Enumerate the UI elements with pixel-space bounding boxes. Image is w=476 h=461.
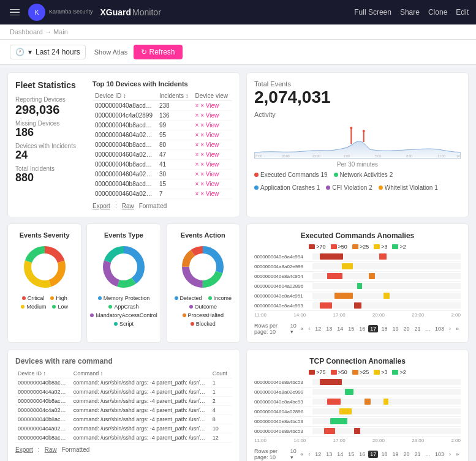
tcp-pagination-row: Rows per page: 10 10 ▾ «‹121314151617181… bbox=[254, 448, 461, 460]
page-number[interactable]: 18 bbox=[379, 325, 389, 332]
page-number[interactable]: 21 bbox=[412, 451, 422, 458]
anomaly-bar bbox=[365, 399, 371, 405]
formatted-button[interactable]: Formatted bbox=[139, 203, 167, 209]
table-row: 0000000040b8acdb9680× View bbox=[93, 140, 232, 150]
raw-button[interactable]: Raw bbox=[122, 203, 134, 209]
separator: : bbox=[115, 203, 117, 209]
share-link[interactable]: Share bbox=[400, 8, 420, 17]
breadcrumb-separator: → bbox=[45, 28, 51, 36]
clone-link[interactable]: Clone bbox=[428, 8, 447, 17]
rare-export-button[interactable]: Export bbox=[15, 446, 33, 453]
view-link[interactable]: × View bbox=[193, 130, 232, 140]
show-more-link[interactable]: Show Atlas bbox=[94, 48, 127, 56]
page-next[interactable]: › bbox=[447, 451, 453, 458]
edit-link[interactable]: Edit bbox=[456, 8, 469, 17]
rare-col-count[interactable]: Count bbox=[210, 369, 232, 378]
page-number[interactable]: 13 bbox=[324, 451, 334, 458]
refresh-button[interactable]: ↻ Refresh bbox=[134, 45, 182, 59]
view-link[interactable]: × View bbox=[193, 150, 232, 160]
page-prev[interactable]: ‹ bbox=[306, 451, 312, 458]
page-number[interactable]: 18 bbox=[379, 451, 389, 458]
page-number[interactable]: 103 bbox=[433, 325, 446, 332]
table-row: 0000000040b8acdb96 command: /usr/sbin/ss… bbox=[15, 378, 232, 388]
page-number[interactable]: 14 bbox=[335, 325, 345, 332]
page-number[interactable]: 15 bbox=[346, 451, 356, 458]
export-button[interactable]: Export bbox=[93, 203, 110, 209]
fullscreen-link[interactable]: Full Screen bbox=[354, 8, 391, 17]
page-number[interactable]: 16 bbox=[357, 325, 367, 332]
severity-title: Events Severity bbox=[15, 231, 74, 239]
page-number[interactable]: 103 bbox=[433, 451, 446, 458]
legend-high: High bbox=[50, 295, 67, 301]
view-link[interactable]: × View bbox=[193, 179, 232, 189]
tcp-rows-per-page-selector[interactable]: 10 ▾ bbox=[290, 448, 299, 460]
menu-icon[interactable] bbox=[7, 7, 22, 18]
anomaly-device-id: 000000004a8a02e999 bbox=[254, 264, 312, 269]
legend-blocked: Blocked bbox=[191, 321, 216, 327]
page-next[interactable]: » bbox=[454, 325, 461, 332]
header-left: K Karamba Security XGuardMonitor bbox=[7, 4, 161, 21]
view-link[interactable]: × View bbox=[193, 160, 232, 170]
anomaly-bar-container bbox=[312, 273, 461, 279]
exec-rows-per-page-selector[interactable]: 10 ▾ bbox=[290, 323, 299, 335]
exec-xaxis: 11:0014:0017:0020:0023:002:00 bbox=[254, 312, 461, 319]
view-link[interactable]: × View bbox=[193, 111, 232, 121]
tcp-xaxis: 11:0014:0017:0020:0023:002:00 bbox=[254, 438, 461, 444]
page-number[interactable]: 17 bbox=[368, 451, 378, 458]
xaxis-label: 23:00 bbox=[412, 438, 424, 443]
page-number[interactable]: 19 bbox=[390, 451, 400, 458]
donut-charts-container: Events Severity Critical High Medium Low bbox=[7, 223, 240, 343]
page-number[interactable]: 21 bbox=[412, 325, 422, 332]
rare-col-command[interactable]: Command ↕ bbox=[71, 369, 210, 378]
incident-count: 99 bbox=[157, 121, 193, 130]
anomaly-bar-container bbox=[312, 399, 461, 405]
anomaly-bar-container bbox=[312, 293, 461, 299]
rare-device-id: 0000000040b8acdb96 bbox=[15, 378, 71, 388]
xaxis-label: 20:00 bbox=[372, 312, 385, 318]
legend-item: Network Activities 2 bbox=[334, 171, 393, 178]
page-number[interactable]: ... bbox=[423, 325, 432, 332]
view-link[interactable]: × View bbox=[193, 121, 232, 130]
view-link[interactable]: × View bbox=[193, 101, 232, 111]
page-number[interactable]: 17 bbox=[368, 325, 378, 332]
page-number[interactable]: ... bbox=[423, 451, 432, 458]
anom-legend-item: >25 bbox=[352, 369, 369, 375]
page-number[interactable]: 19 bbox=[390, 325, 400, 332]
page-next[interactable]: › bbox=[447, 325, 453, 332]
tcp-rows-per-page[interactable]: Rows per page: 10 bbox=[254, 448, 290, 460]
time-selector[interactable]: 🕐 ▾ Last 24 hours bbox=[10, 45, 86, 59]
page-number[interactable]: 13 bbox=[324, 325, 334, 332]
view-link[interactable]: × View bbox=[193, 170, 232, 179]
anomaly-device-id: 000000004604a02896 bbox=[254, 283, 312, 289]
page-number[interactable]: 12 bbox=[313, 451, 323, 458]
page-number[interactable]: 16 bbox=[357, 451, 367, 458]
rare-formatted-button[interactable]: Formatted bbox=[62, 446, 90, 453]
page-next[interactable]: » bbox=[454, 451, 461, 458]
view-link[interactable]: × View bbox=[193, 189, 232, 199]
rare-col-device[interactable]: Device ID ↕ bbox=[15, 369, 71, 378]
col-device-id[interactable]: Device ID ↕ bbox=[93, 91, 157, 101]
clock-icon: 🕐 bbox=[15, 48, 25, 56]
page-number[interactable]: 20 bbox=[401, 325, 411, 332]
anomaly-bar-container bbox=[312, 302, 461, 309]
exec-rows-per-page[interactable]: Rows per page: 10 bbox=[254, 323, 290, 335]
page-prev[interactable]: « bbox=[298, 451, 305, 458]
page-number[interactable]: 14 bbox=[335, 451, 345, 458]
page-prev[interactable]: ‹ bbox=[306, 325, 312, 332]
col-incidents[interactable]: Incidents ↕ bbox=[157, 91, 193, 101]
page-number[interactable]: 20 bbox=[401, 451, 411, 458]
legend-label: >2 bbox=[399, 244, 406, 250]
anomaly-bar-container bbox=[312, 379, 461, 385]
col-view: Device view bbox=[193, 91, 232, 101]
table-row: 0000000040b8acdb96 command: /usr/sbin/ss… bbox=[15, 397, 232, 406]
anomaly-bar bbox=[342, 263, 353, 269]
page-number[interactable]: 15 bbox=[346, 325, 356, 332]
rare-command-card: Devices with rare command Device ID ↕ Co… bbox=[7, 349, 240, 461]
page-number[interactable]: 12 bbox=[313, 325, 323, 332]
rare-device-id: 000000004c4a02899 bbox=[15, 424, 71, 433]
page-prev[interactable]: « bbox=[298, 325, 305, 332]
breadcrumb-path[interactable]: Dashboard bbox=[10, 28, 43, 36]
rare-raw-button[interactable]: Raw bbox=[45, 446, 57, 453]
view-link[interactable]: × View bbox=[193, 140, 232, 150]
anomaly-bar bbox=[339, 408, 352, 414]
